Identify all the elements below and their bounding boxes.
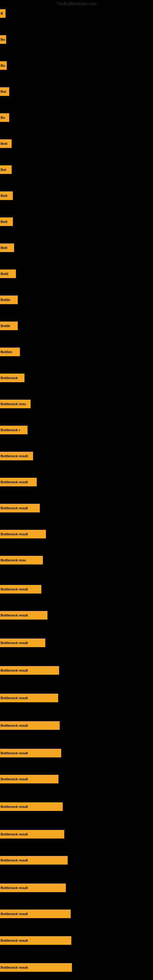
bar-item-7: Bot [0,165,12,174]
bar-label-17: Bottleneck r [1,428,20,432]
bar-item-35: Bottleneck result [0,910,71,918]
bar-item-13: Bottle [0,321,18,330]
site-title: TheBottlenecker.com [56,1,97,6]
bar-item-28: Bottleneck result [0,721,60,730]
bar-label-26: Bottleneck result [1,668,28,672]
bar-label-15: Bottleneck [1,376,18,380]
bar-item-8: Bott [0,191,13,200]
bar-label-37: Bottleneck result [1,966,28,969]
bar-label-34: Bottleneck result [1,886,28,890]
bar-item-21: Bottleneck result [0,530,46,538]
bar-item-17: Bottleneck r [0,426,27,434]
bar-label-2: Bo [1,38,5,41]
bar-label-8: Bott [1,194,7,197]
bar-label-21: Bottleneck result [1,532,28,536]
bar-label-29: Bottleneck result [1,751,28,755]
bar-label-32: Bottleneck result [1,832,28,836]
bar-item-14: Bottlen [0,348,20,356]
bar-label-27: Bottleneck result [1,696,28,700]
bar-item-6: Bott [0,139,12,148]
bar-item-24: Bottleneck result [0,611,48,620]
bar-label-10: Bott [1,246,7,250]
bar-label-31: Bottleneck result [1,805,28,808]
bar-label-35: Bottleneck result [1,912,28,916]
bar-item-15: Bottleneck [0,374,24,382]
bar-label-1: B [1,12,3,15]
bar-label-6: Bott [1,142,7,145]
bar-item-29: Bottleneck result [0,749,61,757]
bar-item-10: Bott [0,243,14,252]
bar-item-2: Bo [0,35,6,44]
bar-item-18: Bottleneck result [0,452,33,460]
bar-label-30: Bottleneck result [1,777,28,781]
bar-item-5: Bo [0,113,9,122]
bar-label-20: Bottleneck result [1,506,28,510]
bar-label-5: Bo [1,116,5,119]
bar-label-11: Bottl [1,272,8,275]
bar-item-9: Bott [0,218,13,226]
bar-label-22: Bottleneck resu [1,558,26,562]
bar-item-31: Bottleneck result [0,802,63,811]
bar-item-32: Bottleneck result [0,830,64,838]
bar-label-24: Bottleneck result [1,613,28,617]
bar-item-16: Bottleneck resu [0,400,30,408]
bar-item-1: B [0,9,5,18]
bar-label-28: Bottleneck result [1,724,28,727]
bar-item-27: Bottleneck result [0,694,58,702]
bar-label-3: Bo [1,64,5,67]
bar-label-25: Bottleneck result [1,641,28,645]
bar-label-14: Bottlen [1,350,12,354]
bar-item-25: Bottleneck result [0,638,45,647]
bar-item-26: Bottleneck result [0,666,59,675]
bar-label-23: Bottleneck result [1,587,28,591]
bar-label-13: Bottle [1,324,10,328]
bar-item-3: Bo [0,61,7,70]
bar-item-20: Bottleneck result [0,504,40,512]
bar-label-18: Bottleneck result [1,454,28,458]
bar-label-9: Bott [1,220,7,224]
bar-item-36: Bottleneck result [0,936,71,945]
bar-item-37: Bottleneck result [0,963,72,972]
bar-item-34: Bottleneck result [0,883,66,892]
bar-item-11: Bottl [0,269,16,278]
bar-label-19: Bottleneck result [1,480,28,484]
bar-label-12: Bottle [1,298,10,302]
bar-item-22: Bottleneck resu [0,556,43,565]
bar-item-4: Bot [0,87,9,96]
bar-item-23: Bottleneck result [0,585,41,593]
bar-item-30: Bottleneck result [0,775,59,783]
bar-label-7: Bot [1,168,6,172]
bar-item-19: Bottleneck result [0,478,37,486]
bar-item-12: Bottle [0,296,18,304]
bar-label-16: Bottleneck resu [1,402,26,406]
bar-label-4: Bot [1,90,6,94]
bar-item-33: Bottleneck result [0,856,68,865]
bar-label-36: Bottleneck result [1,939,28,942]
bar-label-33: Bottleneck result [1,858,28,862]
